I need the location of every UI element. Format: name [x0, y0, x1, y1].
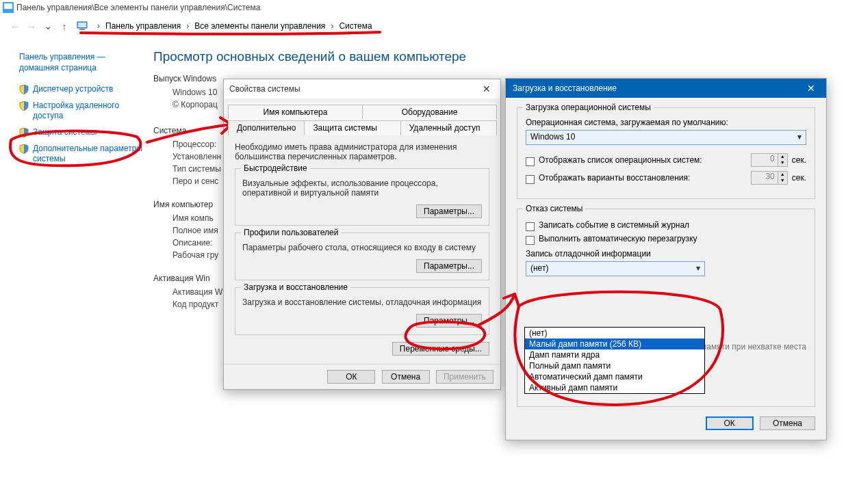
- recovery-seconds-input[interactable]: 30: [751, 171, 778, 185]
- sidebar-device-manager[interactable]: Диспетчер устройств: [19, 84, 145, 95]
- sidebar-item-label: Защита системы: [33, 127, 97, 138]
- breadcrumb-1[interactable]: Панель управления: [105, 21, 181, 31]
- tab-protection[interactable]: Защита системы: [304, 120, 400, 135]
- app-icon: [3, 2, 14, 13]
- show-os-list-checkbox[interactable]: [526, 157, 535, 166]
- tab-remote[interactable]: Удаленный доступ: [400, 120, 497, 135]
- show-recovery-checkbox[interactable]: [526, 175, 535, 184]
- group-title: Загрузка и восстановление: [241, 282, 350, 292]
- group-profiles: Профили пользователей Параметры рабочего…: [235, 233, 489, 280]
- group-startup-recovery: Загрузка и восстановление Загрузка и вос…: [235, 287, 489, 335]
- window-titlebar: Панель управления\Все элементы панели уп…: [0, 0, 859, 15]
- dialog-title: Загрузка и восстановление: [513, 79, 617, 98]
- nav-forward-icon[interactable]: →: [26, 21, 37, 32]
- tab-advanced[interactable]: Дополнительно: [228, 120, 305, 135]
- bc-sep: ›: [186, 21, 189, 31]
- bc-sep: ›: [331, 21, 333, 31]
- sidebar-advanced[interactable]: Дополнительные параметры системы: [19, 144, 145, 165]
- cancel-button[interactable]: Отмена: [382, 370, 430, 384]
- dump-option[interactable]: Активный дамп памяти: [525, 382, 704, 393]
- default-os-label: Операционная система, загружаемая по умо…: [526, 118, 806, 127]
- group-title: Отказ системы: [523, 204, 585, 213]
- dump-type-select[interactable]: (нет): [526, 261, 705, 276]
- group-title: Загрузка операционной системы: [523, 103, 654, 112]
- admin-hint: Необходимо иметь права администратора дл…: [235, 142, 489, 161]
- spinner[interactable]: ▲▼: [778, 171, 788, 185]
- write-event-label: Записать событие в системный журнал: [539, 220, 689, 230]
- sidebar-item-label: Дополнительные параметры системы: [33, 144, 145, 165]
- dialog-titlebar[interactable]: Загрузка и восстановление ✕: [506, 79, 826, 98]
- auto-restart-checkbox[interactable]: [526, 236, 535, 245]
- computer-icon: [77, 21, 89, 31]
- default-os-value: Windows 10: [530, 132, 575, 142]
- bc-sep: ›: [97, 21, 100, 31]
- breadcrumb-3[interactable]: Система: [339, 21, 372, 31]
- cancel-button[interactable]: Отмена: [760, 416, 815, 430]
- dump-type-dropdown[interactable]: (нет) Малый дамп памяти (256 КВ) Дамп па…: [524, 327, 705, 394]
- group-title: Профили пользователей: [241, 228, 341, 237]
- tabs: Имя компьютера Оборудование Дополнительн…: [228, 103, 496, 135]
- nav-up-icon[interactable]: ↑: [59, 21, 70, 32]
- sidebar-protection[interactable]: Защита системы: [19, 127, 145, 138]
- shield-icon: [19, 101, 29, 111]
- shield-icon: [19, 144, 29, 154]
- tab-hardware[interactable]: Оборудование: [362, 105, 497, 119]
- startup-settings-button[interactable]: Параметры...: [416, 314, 482, 328]
- shield-icon: [19, 85, 29, 94]
- dump-option-selected[interactable]: Малый дамп памяти (256 КВ): [525, 339, 704, 349]
- close-icon[interactable]: ✕: [803, 79, 819, 98]
- auto-restart-label: Выполнить автоматическую перезагрузку: [539, 234, 697, 243]
- dump-label: Запись отладочной информации: [526, 249, 806, 258]
- dialog-buttons: ОК Отмена: [517, 416, 815, 430]
- write-event-checkbox[interactable]: [526, 222, 535, 231]
- env-vars-button[interactable]: Переменные среды...: [392, 342, 489, 356]
- svg-rect-2: [79, 29, 85, 30]
- dialog-title: Свойства системы: [229, 79, 300, 98]
- ok-button[interactable]: ОК: [327, 370, 375, 384]
- dump-option[interactable]: Дамп памяти ядра: [525, 349, 704, 360]
- group-text: Визуальные эффекты, использование процес…: [242, 178, 482, 198]
- tab-computer-name[interactable]: Имя компьютера: [228, 105, 363, 119]
- sidebar-home[interactable]: Панель управления — домашняя страница: [19, 52, 145, 73]
- dialog-buttons: ОК Отмена Применить: [224, 364, 500, 389]
- show-os-list-label: Отображать список операционных систем:: [539, 155, 702, 165]
- shield-icon: [19, 128, 29, 137]
- ok-button[interactable]: ОК: [706, 416, 754, 430]
- dialog-titlebar[interactable]: Свойства системы ✕: [224, 79, 500, 98]
- dump-option[interactable]: Полный дамп памяти: [525, 360, 704, 371]
- sidebar-remote[interactable]: Настройка удаленного доступа: [19, 101, 145, 122]
- sidebar-item-label: Диспетчер устройств: [33, 84, 113, 95]
- group-os-boot: Загрузка операционной системы Операционн…: [517, 107, 815, 199]
- nav-back-icon[interactable]: ←: [10, 21, 21, 32]
- svg-rect-1: [78, 23, 86, 27]
- sidebar-item-label: Настройка удаленного доступа: [33, 101, 145, 122]
- group-title: Быстродействие: [241, 163, 310, 173]
- profiles-settings-button[interactable]: Параметры...: [416, 259, 482, 273]
- os-list-seconds-input[interactable]: 0: [751, 153, 778, 167]
- dump-option[interactable]: Автоматический дамп памяти: [525, 371, 704, 382]
- dialog-system-properties: Свойства системы ✕ Имя компьютера Оборуд…: [223, 79, 501, 390]
- apply-button[interactable]: Применить: [436, 370, 493, 384]
- nav-recent-icon[interactable]: ⌄: [42, 20, 53, 32]
- window-title: Панель управления\Все элементы панели уп…: [16, 0, 260, 15]
- show-recovery-label: Отображать варианты восстановления:: [539, 173, 690, 183]
- dump-option[interactable]: (нет): [525, 328, 704, 339]
- page-title: Просмотр основных сведений о вашем компь…: [153, 49, 859, 64]
- breadcrumb-2[interactable]: Все элементы панели управления: [194, 21, 325, 31]
- default-os-select[interactable]: Windows 10: [526, 130, 806, 145]
- address-bar: ← → ⌄ ↑ › Панель управления › Все элемен…: [0, 15, 859, 37]
- performance-settings-button[interactable]: Параметры...: [416, 204, 482, 218]
- group-performance: Быстродействие Визуальные эффекты, испол…: [235, 168, 489, 226]
- group-text: Параметры рабочего стола, относящиеся ко…: [242, 243, 482, 252]
- sidebar: Панель управления — домашняя страница Ди…: [0, 37, 151, 504]
- close-icon[interactable]: ✕: [478, 79, 495, 98]
- spinner[interactable]: ▲▼: [778, 153, 788, 167]
- unit: сек.: [792, 173, 806, 183]
- group-text: Загрузка и восстановление системы, отлад…: [242, 297, 482, 307]
- dump-type-value: (нет): [530, 263, 548, 273]
- unit: сек.: [792, 155, 806, 165]
